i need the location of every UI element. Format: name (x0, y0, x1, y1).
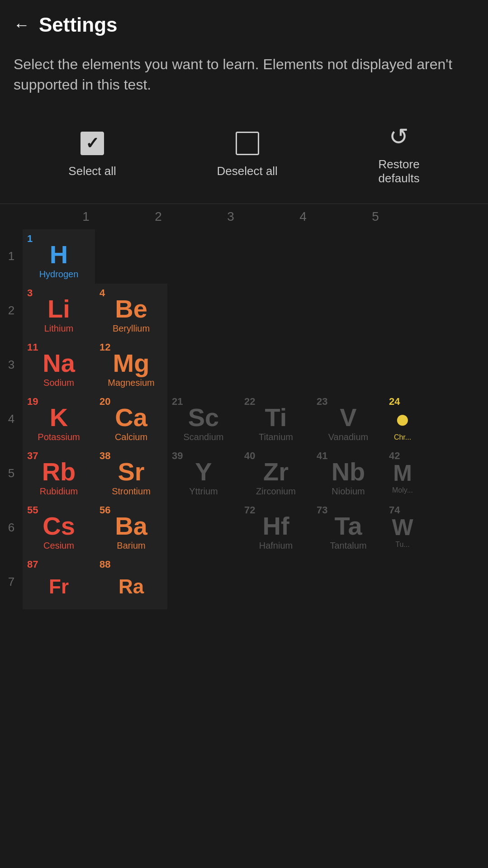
period-row-1: 1 1 H Hydrogen (0, 229, 488, 284)
empty-cell-1-5 (312, 229, 384, 284)
empty-cell-2-3 (167, 284, 240, 338)
element-name: Potassium (38, 432, 80, 442)
select-all-label: Select all (68, 164, 116, 178)
element-symbol: M (393, 462, 412, 484)
empty-cell-2-5 (312, 284, 384, 338)
element-number: 20 (99, 396, 110, 408)
select-all-button[interactable]: Select all (68, 129, 116, 178)
element-symbol: Sr (118, 459, 144, 484)
element-name: Cesium (43, 541, 74, 551)
element-name: Vanadium (328, 432, 369, 442)
element-name: Moly... (392, 486, 413, 494)
element-calcium[interactable]: 20 Ca Calcium (95, 392, 167, 446)
element-symbol: Li (47, 296, 70, 322)
restore-defaults-button[interactable]: ↺ Restoredefaults (379, 122, 420, 185)
back-button[interactable]: ← (14, 15, 30, 34)
element-name: Sodium (43, 378, 74, 388)
element-symbol: Y (195, 459, 212, 484)
period-row-4: 4 19 K Potassium 20 Ca Calcium 21 Sc Sca… (0, 392, 488, 446)
element-hydrogen[interactable]: 1 H Hydrogen (23, 229, 95, 284)
restore-icon: ↺ (384, 122, 413, 151)
period-row-7: 7 87 Fr 88 Ra (0, 555, 488, 609)
element-molybdenum[interactable]: 42 M Moly... (384, 446, 421, 501)
element-number: 1 (27, 233, 33, 245)
element-yttrium[interactable]: 39 Y Yttrium (167, 446, 240, 501)
element-number: 41 (317, 450, 327, 462)
element-symbol: Hf (262, 513, 289, 539)
element-name: Chr... (394, 433, 411, 441)
period-row-3: 3 11 Na Sodium 12 Mg Magnesium (0, 338, 488, 392)
element-name: Titanium (259, 432, 293, 442)
element-chromium[interactable]: 24 ● Chr... (384, 392, 421, 446)
element-zirconium[interactable]: 40 Zr Zirconium (240, 446, 312, 501)
element-magnesium[interactable]: 12 Mg Magnesium (95, 338, 167, 392)
element-rubidium[interactable]: 37 Rb Rubidium (23, 446, 95, 501)
element-number: 38 (99, 450, 110, 462)
element-barium[interactable]: 56 Ba Barium (95, 501, 167, 555)
element-scandium[interactable]: 21 Sc Scandium (167, 392, 240, 446)
col-header-4: 4 (267, 204, 339, 229)
element-number: 4 (99, 287, 105, 299)
element-niobium[interactable]: 41 Nb Niobium (312, 446, 384, 501)
empty-cell-3-5 (312, 338, 384, 392)
row-number-4: 4 (0, 392, 23, 446)
element-number: 56 (99, 504, 110, 516)
period-row-5: 5 37 Rb Rubidium 38 Sr Strontium 39 Y Yt… (0, 446, 488, 501)
element-name: Tantalum (330, 541, 366, 551)
actions-bar: Select all Deselect all ↺ Restoredefault… (0, 113, 488, 204)
element-number: 73 (317, 504, 327, 516)
empty-cell-3-4 (240, 338, 312, 392)
element-francium[interactable]: 87 Fr (23, 555, 95, 609)
element-sodium[interactable]: 11 Na Sodium (23, 338, 95, 392)
element-name: Rubidium (40, 486, 78, 497)
restore-defaults-label: Restoredefaults (379, 157, 420, 185)
element-vanadium[interactable]: 23 V Vanadium (312, 392, 384, 446)
element-symbol: Cs (43, 513, 75, 539)
empty-cell-1-2 (95, 229, 167, 284)
element-symbol: Zr (263, 459, 289, 484)
element-symbol: Ba (115, 513, 147, 539)
element-radium[interactable]: 88 Ra (95, 555, 167, 609)
element-symbol: Fr (49, 577, 69, 597)
element-symbol: Be (115, 296, 147, 322)
element-symbol: Ta (334, 513, 362, 539)
empty-cell-1-3 (167, 229, 240, 284)
element-symbol: Nb (332, 459, 365, 484)
history-icon: ↺ (389, 123, 409, 150)
row-number-7: 7 (0, 555, 23, 609)
select-all-icon (78, 129, 107, 158)
element-lithium[interactable]: 3 Li Lithium (23, 284, 95, 338)
element-number: 40 (244, 450, 255, 462)
periodic-table-wrapper: 1 2 3 4 5 1 1 H Hydrogen 2 3 Li Lithium … (0, 204, 488, 609)
checkbox-checked-icon (81, 132, 104, 155)
row-number-2: 2 (0, 284, 23, 338)
deselect-all-button[interactable]: Deselect all (217, 129, 278, 178)
element-name: Strontium (112, 486, 151, 497)
period-row-2: 2 3 Li Lithium 4 Be Beryllium (0, 284, 488, 338)
element-name: Scandium (184, 432, 224, 442)
col-header-2: 2 (122, 204, 194, 229)
element-potassium[interactable]: 19 K Potassium (23, 392, 95, 446)
element-strontium[interactable]: 38 Sr Strontium (95, 446, 167, 501)
element-beryllium[interactable]: 4 Be Beryllium (95, 284, 167, 338)
empty-cell-6-3 (167, 501, 240, 555)
element-number: 88 (99, 559, 110, 570)
element-name: Magnesium (108, 378, 154, 388)
element-symbol: Sc (188, 405, 219, 430)
page-title: Settings (39, 14, 118, 36)
row-number-1: 1 (0, 229, 23, 284)
row-number-5: 5 (0, 446, 23, 501)
element-number: 74 (389, 504, 400, 516)
element-tantalum[interactable]: 73 Ta Tantalum (312, 501, 384, 555)
element-number: 3 (27, 287, 33, 299)
element-number: 23 (317, 396, 327, 408)
element-cesium[interactable]: 55 Cs Cesium (23, 501, 95, 555)
element-number: 21 (172, 396, 183, 408)
empty-cell-3-3 (167, 338, 240, 392)
element-tungsten[interactable]: 74 W Tu... (384, 501, 421, 555)
element-titanium[interactable]: 22 Ti Titanium (240, 392, 312, 446)
element-hafnium[interactable]: 72 Hf Hafnium (240, 501, 312, 555)
element-number: 42 (389, 450, 400, 462)
element-number: 22 (244, 396, 255, 408)
element-symbol: Ra (118, 577, 144, 597)
